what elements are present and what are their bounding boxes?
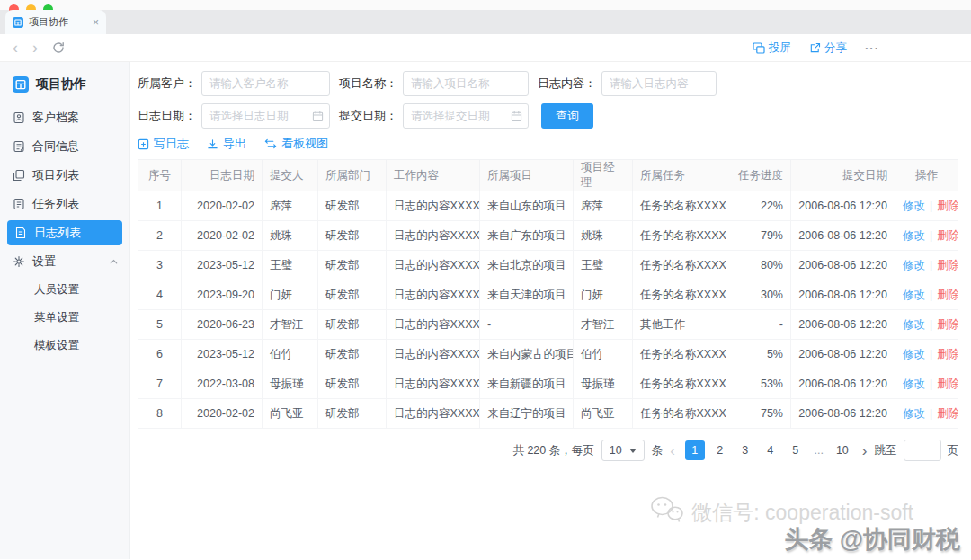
search-button[interactable]: 查询 bbox=[541, 103, 593, 129]
edit-link[interactable]: 修改 bbox=[903, 318, 925, 331]
delete-link[interactable]: 删除 bbox=[937, 200, 958, 212]
cell-manager: 才智江 bbox=[574, 310, 633, 340]
share-button[interactable]: 分享 bbox=[809, 40, 847, 56]
export-button[interactable]: 导出 bbox=[207, 136, 246, 152]
share-label: 分享 bbox=[824, 40, 847, 56]
cast-screen-button[interactable]: 投屏 bbox=[753, 40, 791, 56]
filter-row-2: 日志日期： 提交日期： 查询 bbox=[138, 103, 958, 129]
submit-date-input[interactable] bbox=[403, 103, 529, 129]
edit-link[interactable]: 修改 bbox=[903, 259, 925, 271]
edit-link[interactable]: 修改 bbox=[903, 289, 925, 301]
sidebar-item-settings[interactable]: 设置 bbox=[0, 247, 129, 276]
log-content-input[interactable] bbox=[601, 71, 717, 96]
sidebar-item-customer-archive[interactable]: 客户档案 bbox=[0, 103, 129, 132]
cell-task: 其他工作 bbox=[633, 310, 726, 340]
page-button-3[interactable]: 3 bbox=[735, 440, 755, 460]
cell-submitter: 姚珠 bbox=[263, 221, 318, 251]
cell-progress: 30% bbox=[726, 280, 791, 310]
cell-project: 来自新疆的项目 bbox=[480, 369, 574, 399]
write-log-button[interactable]: 写日志 bbox=[138, 136, 189, 152]
page-button-1[interactable]: 1 bbox=[685, 440, 705, 460]
sidebar: 项目协作 客户档案合同信息项目列表任务列表日志列表设置人员设置菜单设置模板设置 bbox=[0, 62, 130, 559]
column-header-actions: 操作 bbox=[895, 160, 958, 191]
sidebar-item-label: 设置 bbox=[32, 253, 56, 270]
delete-link[interactable]: 删除 bbox=[937, 348, 958, 360]
delete-link[interactable]: 删除 bbox=[937, 229, 958, 242]
next-page-icon[interactable]: › bbox=[862, 443, 868, 458]
jump-page-input[interactable] bbox=[904, 440, 941, 461]
cast-screen-label: 投屏 bbox=[769, 40, 791, 56]
cell-work_content: 日志的内容XXXX bbox=[387, 399, 480, 429]
sidebar-item-log-list[interactable]: 日志列表 bbox=[7, 220, 122, 245]
window-actions: 投屏 分享 ··· bbox=[753, 40, 879, 56]
cell-no: 8 bbox=[138, 399, 182, 429]
cell-manager: 母振瑾 bbox=[574, 369, 633, 399]
write-log-label: 写日志 bbox=[154, 136, 189, 152]
cell-department: 研发部 bbox=[318, 280, 387, 310]
delete-link[interactable]: 删除 bbox=[937, 378, 958, 390]
column-header-project: 所属项目 bbox=[480, 160, 574, 191]
more-options-icon[interactable]: ··· bbox=[865, 41, 879, 55]
delete-link[interactable]: 删除 bbox=[937, 407, 958, 420]
cell-progress: 5% bbox=[726, 340, 791, 369]
sidebar-item-contract-info[interactable]: 合同信息 bbox=[0, 132, 129, 161]
action-divider: | bbox=[930, 348, 932, 360]
cell-project: 来自辽宁的项目 bbox=[480, 399, 574, 429]
forward-icon[interactable]: › bbox=[32, 40, 38, 56]
column-header-work_content: 工作内容 bbox=[387, 160, 480, 191]
delete-link[interactable]: 删除 bbox=[937, 289, 958, 301]
customer-input[interactable] bbox=[201, 71, 330, 96]
page-button-2[interactable]: 2 bbox=[710, 440, 730, 460]
cell-submit_date: 2006-08-06 12:20 bbox=[791, 221, 895, 251]
column-header-progress: 任务进度 bbox=[726, 160, 791, 191]
sidebar-item-label: 客户档案 bbox=[32, 110, 79, 126]
filter-row-1: 所属客户： 项目名称： 日志内容： bbox=[138, 71, 958, 96]
cell-submit_date: 2006-08-06 12:20 bbox=[791, 191, 895, 221]
tab-close-icon[interactable]: × bbox=[93, 16, 99, 29]
page-button-10[interactable]: 10 bbox=[833, 440, 852, 460]
sidebar-item-task-list[interactable]: 任务列表 bbox=[0, 190, 129, 218]
cell-actions: 修改|删除 bbox=[895, 399, 958, 429]
customer-label: 所属客户： bbox=[138, 76, 196, 92]
action-divider: | bbox=[930, 229, 932, 242]
edit-link[interactable]: 修改 bbox=[903, 229, 925, 242]
edit-link[interactable]: 修改 bbox=[903, 378, 925, 390]
cell-progress: 22% bbox=[726, 191, 791, 221]
edit-link[interactable]: 修改 bbox=[903, 200, 925, 212]
prev-page-icon[interactable]: ‹ bbox=[670, 443, 675, 458]
cell-department: 研发部 bbox=[318, 340, 387, 369]
page-button-5[interactable]: 5 bbox=[786, 440, 806, 460]
project-name-input[interactable] bbox=[403, 71, 529, 96]
cell-project: 来自内蒙古的项目 bbox=[480, 340, 574, 369]
column-header-submit_date: 提交日期 bbox=[791, 160, 895, 191]
cell-work_content: 日志的内容XXXX bbox=[387, 221, 480, 251]
sidebar-subitem-personnel-settings[interactable]: 人员设置 bbox=[0, 276, 129, 304]
delete-link[interactable]: 删除 bbox=[937, 318, 958, 331]
board-view-button[interactable]: 看板视图 bbox=[264, 136, 328, 152]
table-row: 62023-05-12伯竹研发部日志的内容XXXX来自内蒙古的项目伯竹任务的名称… bbox=[138, 340, 958, 369]
wechat-watermark-text: 微信号: cooperation-soft bbox=[691, 499, 913, 527]
log-date-input[interactable] bbox=[201, 103, 330, 129]
cell-no: 5 bbox=[138, 310, 182, 340]
page-size-select[interactable]: 10 bbox=[601, 440, 645, 461]
edit-link[interactable]: 修改 bbox=[903, 407, 925, 420]
back-icon[interactable]: ‹ bbox=[13, 40, 18, 56]
sidebar-item-project-list[interactable]: 项目列表 bbox=[0, 161, 129, 190]
page-button-4[interactable]: 4 bbox=[761, 440, 780, 460]
cell-log_date: 2022-03-08 bbox=[182, 369, 263, 399]
delete-link[interactable]: 删除 bbox=[937, 259, 958, 271]
table-row: 32023-05-12王璧研发部日志的内容XXXX来自北京的项目王璧任务的名称X… bbox=[138, 251, 958, 280]
cell-submitter: 才智江 bbox=[263, 310, 318, 340]
edit-link[interactable]: 修改 bbox=[903, 348, 925, 360]
refresh-icon[interactable] bbox=[52, 41, 65, 54]
browser-tab[interactable]: 项目协作 × bbox=[5, 10, 106, 34]
cell-log_date: 2020-02-02 bbox=[182, 399, 263, 429]
sidebar-subitem-template-settings[interactable]: 模板设置 bbox=[0, 332, 129, 360]
page-size-value: 10 bbox=[610, 444, 622, 457]
column-header-manager: 项目经理 bbox=[574, 160, 633, 191]
watermark: 微信号: cooperation-soft 头条 @协同财税 bbox=[650, 495, 960, 556]
sidebar-subitem-menu-settings[interactable]: 菜单设置 bbox=[0, 304, 129, 332]
cell-submitter: 母振瑾 bbox=[263, 369, 318, 399]
column-header-log_date: 日志日期 bbox=[182, 160, 263, 191]
cell-work_content: 日志的内容XXXX bbox=[387, 369, 480, 399]
